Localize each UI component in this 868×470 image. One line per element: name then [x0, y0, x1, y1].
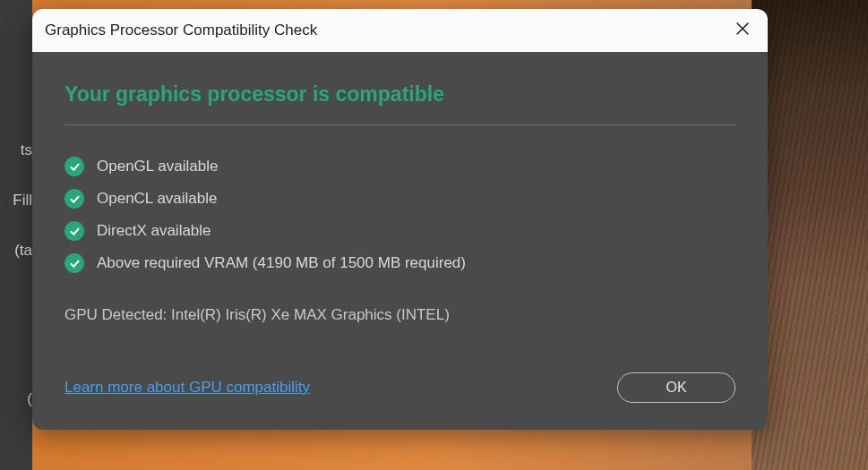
check-item-vram: Above required VRAM (4190 MB of 1500 MB … [64, 247, 735, 279]
gpu-detected-text: GPU Detected: Intel(R) Iris(R) Xe MAX Gr… [64, 306, 735, 324]
bg-text: ta) [0, 226, 32, 276]
dialog-titlebar: Graphics Processor Compatibility Check [32, 9, 768, 52]
check-item-opengl: OpenGL available [64, 150, 735, 183]
check-label: OpenCL available [97, 190, 218, 208]
checkmark-icon [64, 189, 84, 209]
check-item-opencl: OpenCL available [64, 183, 735, 215]
checkmark-icon [64, 253, 84, 273]
checkmark-icon [64, 221, 84, 241]
check-item-directx: DirectX available [64, 215, 735, 247]
background-right-image [752, 0, 868, 470]
dialog-title: Graphics Processor Compatibility Check [45, 21, 317, 39]
check-label: Above required VRAM (4190 MB of 1500 MB … [97, 254, 466, 272]
compatibility-dialog: Graphics Processor Compatibility Check Y… [32, 9, 768, 430]
check-label: OpenGL available [97, 158, 218, 175]
checkmark-icon [64, 157, 84, 176]
close-icon [735, 21, 750, 39]
close-button[interactable] [730, 18, 755, 43]
bg-text: ts [0, 125, 32, 175]
background-left-panel: ts Fill ta) ) [0, 0, 32, 470]
ok-button[interactable]: OK [617, 372, 735, 403]
check-label: DirectX available [97, 222, 211, 240]
dialog-footer: Learn more about GPU compatibility OK [64, 372, 735, 403]
compatibility-heading: Your graphics processor is compatible [64, 82, 735, 125]
learn-more-link[interactable]: Learn more about GPU compatibility [64, 379, 310, 397]
bg-text: Fill [0, 175, 32, 226]
dialog-body: Your graphics processor is compatible Op… [32, 52, 768, 430]
check-list: OpenGL available OpenCL available Direct… [64, 150, 735, 279]
bg-text: ) [0, 374, 32, 424]
